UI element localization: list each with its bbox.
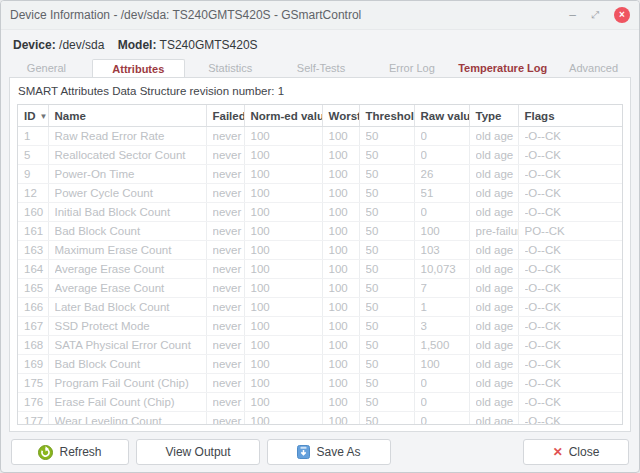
cell-id: 168 <box>18 336 48 355</box>
tab-attributes[interactable]: Attributes <box>92 59 185 77</box>
attribute-row-160[interactable]: 160Initial Bad Block Countnever100100500… <box>18 203 622 222</box>
view-output-button-label: View Output <box>165 445 230 459</box>
cell-failed: never <box>206 374 244 393</box>
close-window-icon[interactable]: × <box>614 7 630 23</box>
attribute-row-12[interactable]: 12Power Cycle Countnever1001005051old ag… <box>18 184 622 203</box>
cell-flags: -O--CK <box>518 336 622 355</box>
cell-raw-value: 3 <box>414 317 469 336</box>
cell-type: old age <box>469 203 518 222</box>
titlebar[interactable]: Device Information - /dev/sda: TS240GMTS… <box>1 1 639 30</box>
cell-normed-value: 100 <box>244 127 322 146</box>
cell-raw-value: 0 <box>414 412 469 426</box>
cell-name: Wear Leveling Count <box>48 412 206 426</box>
close-button[interactable]: ✕ Close <box>523 439 629 465</box>
cell-id: 5 <box>18 146 48 165</box>
window-controls: – ⤢ × <box>569 7 630 23</box>
cell-type: old age <box>469 336 518 355</box>
refresh-button-label: Refresh <box>59 445 101 459</box>
cell-type: old age <box>469 241 518 260</box>
restore-icon[interactable]: ⤢ <box>591 10 599 20</box>
tab-statistics[interactable]: Statistics <box>185 59 276 77</box>
column-header-raw-value[interactable]: Raw value <box>414 105 469 127</box>
column-header-worst[interactable]: Worst <box>322 105 359 127</box>
cell-normed-value: 100 <box>244 165 322 184</box>
cell-id: 161 <box>18 222 48 241</box>
cell-failed: never <box>206 184 244 203</box>
column-header-failed[interactable]: Failed <box>206 105 244 127</box>
save-as-button[interactable]: Save As <box>267 439 391 465</box>
attribute-row-161[interactable]: 161Bad Block Countnever10010050100pre-fa… <box>18 222 622 241</box>
cell-normed-value: 100 <box>244 374 322 393</box>
cell-failed: never <box>206 317 244 336</box>
device-value: /dev/sda <box>59 38 104 52</box>
cell-type: old age <box>469 127 518 146</box>
cell-worst: 100 <box>322 203 359 222</box>
cell-worst: 100 <box>322 260 359 279</box>
attribute-row-9[interactable]: 9Power-On Timenever1001005026old age-O--… <box>18 165 622 184</box>
attribute-row-164[interactable]: 164Average Erase Countnever1001005010,07… <box>18 260 622 279</box>
tab-advanced[interactable]: Advanced <box>548 59 639 77</box>
cell-normed-value: 100 <box>244 355 322 374</box>
column-header-normed-value[interactable]: Norm-ed value <box>244 105 322 127</box>
cell-raw-value: 51 <box>414 184 469 203</box>
attribute-row-1[interactable]: 1Raw Read Error Ratenever100100500old ag… <box>18 127 622 146</box>
cell-failed: never <box>206 412 244 426</box>
cell-worst: 100 <box>322 393 359 412</box>
cell-threshold: 50 <box>359 393 414 412</box>
refresh-button[interactable]: Refresh <box>11 439 129 465</box>
model-label: Model: <box>118 38 157 52</box>
column-header-name[interactable]: Name <box>48 105 206 127</box>
cell-threshold: 50 <box>359 146 414 165</box>
attributes-table: ID▼NameFailedNorm-ed valueWorstThreshold… <box>18 105 622 425</box>
cell-worst: 100 <box>322 241 359 260</box>
cell-name: SATA Physical Error Count <box>48 336 206 355</box>
cell-worst: 100 <box>322 146 359 165</box>
cell-flags: -O--CK <box>518 355 622 374</box>
attribute-row-5[interactable]: 5Reallocated Sector Countnever100100500o… <box>18 146 622 165</box>
cell-threshold: 50 <box>359 165 414 184</box>
column-header-type[interactable]: Type <box>469 105 518 127</box>
tab-general[interactable]: General <box>1 59 92 77</box>
attribute-row-177[interactable]: 177Wear Leveling Countnever100100500old … <box>18 412 622 426</box>
view-output-button[interactable]: View Output <box>136 439 260 465</box>
cell-flags: -O--CK <box>518 165 622 184</box>
attributes-table-frame: ID▼NameFailedNorm-ed valueWorstThreshold… <box>17 104 623 425</box>
cell-failed: never <box>206 298 244 317</box>
cell-threshold: 50 <box>359 127 414 146</box>
minimize-icon[interactable]: – <box>569 9 576 21</box>
cell-failed: never <box>206 146 244 165</box>
cell-worst: 100 <box>322 374 359 393</box>
attribute-row-166[interactable]: 166Later Bad Block Countnever100100501ol… <box>18 298 622 317</box>
attribute-row-176[interactable]: 176Erase Fail Count (Chip)never100100500… <box>18 393 622 412</box>
cell-name: Bad Block Count <box>48 222 206 241</box>
tab-error-log[interactable]: Error Log <box>366 59 457 77</box>
attribute-row-168[interactable]: 168SATA Physical Error Countnever1001005… <box>18 336 622 355</box>
table-header-row: ID▼NameFailedNorm-ed valueWorstThreshold… <box>18 105 622 127</box>
cell-raw-value: 100 <box>414 355 469 374</box>
cell-flags: -O--CK <box>518 393 622 412</box>
attribute-row-163[interactable]: 163Maximum Erase Countnever10010050103ol… <box>18 241 622 260</box>
column-header-flags[interactable]: Flags <box>518 105 622 127</box>
tab-temperature-log[interactable]: Temperature Log <box>457 59 548 77</box>
attribute-row-167[interactable]: 167SSD Protect Modenever100100503old age… <box>18 317 622 336</box>
cell-type: old age <box>469 146 518 165</box>
cell-normed-value: 100 <box>244 393 322 412</box>
cell-normed-value: 100 <box>244 317 322 336</box>
attribute-row-165[interactable]: 165Average Erase Countnever100100507old … <box>18 279 622 298</box>
cell-threshold: 50 <box>359 203 414 222</box>
cell-raw-value: 1,500 <box>414 336 469 355</box>
cell-flags: -O--CK <box>518 374 622 393</box>
cell-worst: 100 <box>322 222 359 241</box>
close-x-icon: ✕ <box>553 446 563 458</box>
attribute-row-169[interactable]: 169Bad Block Countnever10010050100old ag… <box>18 355 622 374</box>
window-title: Device Information - /dev/sda: TS240GMTS… <box>10 8 361 22</box>
attribute-row-175[interactable]: 175Program Fail Count (Chip)never1001005… <box>18 374 622 393</box>
cell-normed-value: 100 <box>244 203 322 222</box>
column-header-id[interactable]: ID▼ <box>18 105 48 127</box>
tab-self-tests[interactable]: Self-Tests <box>276 59 367 77</box>
cell-id: 165 <box>18 279 48 298</box>
cell-type: old age <box>469 355 518 374</box>
cell-normed-value: 100 <box>244 146 322 165</box>
column-header-threshold[interactable]: Threshold <box>359 105 414 127</box>
cell-raw-value: 0 <box>414 203 469 222</box>
